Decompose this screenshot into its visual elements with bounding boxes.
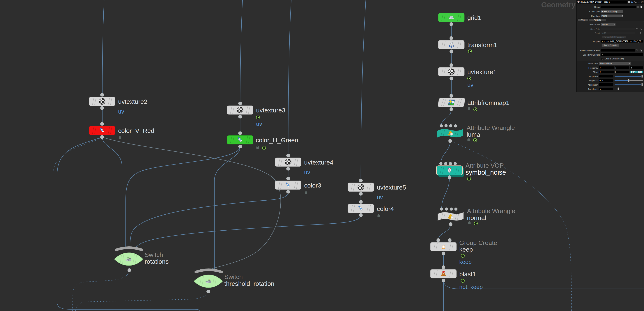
- output-connector[interactable]: [100, 106, 104, 110]
- amplitude-slider[interactable]: [614, 75, 643, 78]
- node-symbol-noise[interactable]: Attribute VOP symbol_noise: [436, 162, 506, 180]
- input-connector[interactable]: [440, 208, 443, 211]
- output-connector[interactable]: [359, 192, 363, 196]
- lock-badge[interactable]: [119, 136, 121, 140]
- group-dropdown-button[interactable]: [637, 6, 639, 8]
- turbulence-field[interactable]: 1: [599, 88, 613, 90]
- output-connector[interactable]: [206, 290, 210, 293]
- node-color-h-green[interactable]: color_H_Green: [227, 132, 298, 150]
- input-connector[interactable]: [444, 162, 447, 165]
- input-connector[interactable]: [436, 238, 440, 242]
- input-connector[interactable]: [445, 208, 448, 211]
- multi-input-arc[interactable]: [116, 248, 142, 250]
- input-connector[interactable]: [100, 122, 104, 126]
- lock-badge[interactable]: [305, 191, 307, 194]
- force-compile-button[interactable]: Force Compile: [602, 44, 619, 47]
- output-connector[interactable]: [286, 190, 290, 194]
- amplitude-field[interactable]: 1: [599, 75, 613, 78]
- input-connector[interactable]: [286, 154, 290, 157]
- input-connector[interactable]: [444, 124, 448, 128]
- node-keep[interactable]: Group Create keep keep: [430, 238, 497, 265]
- time-dependent-badge[interactable]: [461, 279, 464, 282]
- export-parameters-field[interactable]: *: [601, 53, 643, 56]
- input-connector[interactable]: [449, 162, 452, 165]
- time-dependent-badge[interactable]: [468, 77, 471, 80]
- output-connector[interactable]: [442, 278, 445, 282]
- input-connector[interactable]: [448, 238, 452, 242]
- gear-icon[interactable]: [628, 0, 630, 3]
- offset-x-field[interactable]: 0: [599, 71, 614, 73]
- vop-node-icon[interactable]: [577, 0, 580, 3]
- vex-source-dropdown[interactable]: Myself: [601, 23, 616, 26]
- roughness-field[interactable]: 0.5: [599, 79, 613, 82]
- attenuation-slider[interactable]: [614, 83, 643, 86]
- input-connector[interactable]: [450, 208, 453, 211]
- group-field[interactable]: [600, 6, 636, 8]
- jump-to-operator-icon[interactable]: [636, 49, 638, 52]
- tab-attribute-bindings[interactable]: Attribute Bindings: [588, 18, 606, 21]
- node-uvtexture4[interactable]: uvtexture4 uv: [275, 154, 334, 176]
- output-connector[interactable]: [448, 175, 451, 179]
- node-luma[interactable]: Attribute Wrangle luma: [437, 124, 515, 143]
- input-connector[interactable]: [359, 179, 363, 182]
- input-connector[interactable]: [442, 265, 445, 269]
- group-select-arrow-icon[interactable]: [640, 5, 643, 8]
- output-connector[interactable]: [442, 252, 445, 255]
- search-icon[interactable]: [634, 0, 637, 3]
- script-field[interactable]: null: [601, 32, 634, 34]
- node-attribfrommap1[interactable]: attribfrommap1: [438, 94, 509, 111]
- roughness-slider[interactable]: [614, 79, 643, 82]
- input-connector[interactable]: [359, 200, 363, 204]
- time-dependent-badge[interactable]: [474, 108, 477, 111]
- node-normal[interactable]: Attribute Wrangle normal: [438, 208, 515, 226]
- time-dependent-badge[interactable]: [461, 254, 464, 258]
- lock-badge[interactable]: [468, 222, 471, 224]
- frequency-x-field[interactable]: 3: [599, 66, 614, 69]
- input-connector[interactable]: [450, 94, 453, 98]
- time-dependent-badge[interactable]: [474, 222, 478, 225]
- time-dependent-badge[interactable]: [474, 138, 477, 142]
- output-connector[interactable]: [450, 50, 453, 53]
- input-connector[interactable]: [238, 132, 242, 135]
- noise-type-dropdown[interactable]: Alligator Noise: [599, 62, 630, 65]
- output-connector[interactable]: [100, 135, 104, 139]
- lock-badge[interactable]: [468, 138, 470, 141]
- output-connector[interactable]: [450, 107, 453, 111]
- evaluation-node-path-field[interactable]: [601, 49, 634, 52]
- input-connector[interactable]: [450, 36, 453, 40]
- attenuation-field[interactable]: 1: [599, 83, 613, 86]
- output-connector[interactable]: [286, 167, 290, 170]
- node-blast1[interactable]: blast1 not: keep: [430, 265, 483, 290]
- time-dependent-badge[interactable]: [262, 146, 266, 150]
- input-connector[interactable]: [238, 102, 242, 105]
- input-connector[interactable]: [449, 124, 452, 128]
- output-connector[interactable]: [238, 145, 242, 148]
- input-connector[interactable]: [454, 208, 458, 211]
- output-connector[interactable]: [238, 115, 242, 118]
- node-grid1[interactable]: grid1: [438, 13, 481, 26]
- info-icon[interactable]: i: [638, 0, 640, 3]
- input-connector[interactable]: [286, 177, 290, 180]
- input-connector[interactable]: [454, 162, 457, 165]
- run-over-dropdown[interactable]: Points: [600, 14, 624, 17]
- output-connector[interactable]: [449, 222, 452, 226]
- node-transform1[interactable]: transform1: [438, 36, 497, 53]
- node-threshold-rotation[interactable]: Switch threshold_rotation: [194, 270, 274, 293]
- network-editor[interactable]: Geometry grid1: [0, 0, 644, 311]
- node-uvtexture2[interactable]: uvtexture2 uv: [89, 93, 148, 115]
- output-connector[interactable]: [450, 76, 453, 80]
- help-icon[interactable]: ?: [641, 0, 644, 3]
- input-connector[interactable]: [440, 162, 442, 165]
- lock-badge[interactable]: [378, 214, 380, 218]
- node-color-v-red[interactable]: color_V_Red: [89, 122, 154, 139]
- reload-vex-functions-button[interactable]: Re-load VEX Functions: [602, 36, 626, 38]
- group-type-dropdown[interactable]: Guess from Group: [600, 10, 624, 13]
- houdini-icon[interactable]: H: [631, 0, 634, 3]
- input-connector[interactable]: [440, 124, 443, 128]
- enable-multithreading-checkbox[interactable]: ✓: [602, 58, 604, 60]
- script-chooser-icon[interactable]: [640, 32, 642, 34]
- offset-z-field[interactable]: $FF*0.0005: [630, 71, 643, 73]
- node-uvtexture3[interactable]: uvtexture3 uv: [227, 102, 286, 127]
- output-connector[interactable]: [448, 139, 452, 143]
- open-floating-chooser-icon[interactable]: [640, 28, 642, 30]
